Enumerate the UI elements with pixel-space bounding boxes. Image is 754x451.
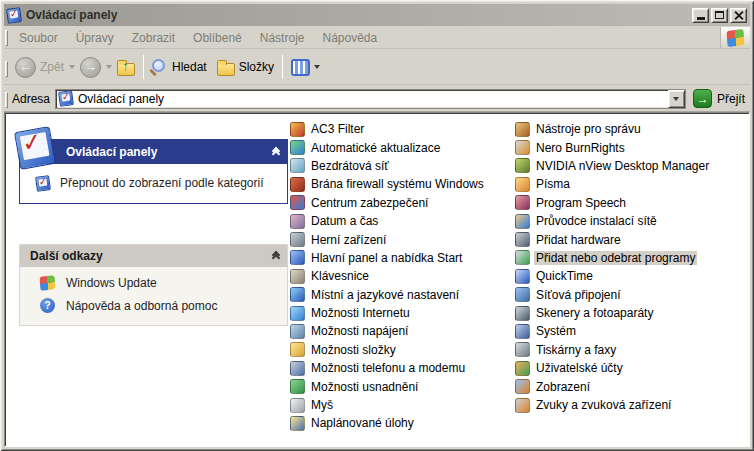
- item-label[interactable]: Nero BurnRights: [534, 141, 627, 155]
- item-label[interactable]: Možnosti telefonu a modemu: [309, 361, 467, 375]
- forward-button[interactable]: [75, 52, 106, 82]
- folders-button[interactable]: Složky: [212, 52, 279, 82]
- item-internet-options[interactable]: Možnosti Internetu: [290, 304, 514, 322]
- item-label[interactable]: Hlavní panel a nabídka Start: [309, 251, 464, 265]
- power-options-icon[interactable]: [290, 324, 305, 339]
- folder-options-icon[interactable]: [290, 342, 305, 357]
- switch-to-category-view-link[interactable]: Přepnout do zobrazení podle kategorií: [60, 176, 265, 191]
- windows-firewall-icon[interactable]: [290, 177, 305, 192]
- item-label[interactable]: Bezdrátová síť: [309, 159, 391, 173]
- menu-item-edit[interactable]: Úpravy: [67, 27, 123, 48]
- item-network-connections[interactable]: Síťová připojení: [515, 286, 753, 304]
- wireless-network-icon[interactable]: [290, 158, 305, 173]
- item-power-options[interactable]: Možnosti napájení: [290, 322, 514, 340]
- item-game-controllers[interactable]: Herní zařízení: [290, 230, 514, 248]
- item-label[interactable]: Možnosti složky: [309, 343, 398, 357]
- item-add-hardware[interactable]: Přidat hardware: [515, 230, 753, 248]
- search-button[interactable]: Hledat: [147, 52, 212, 82]
- menu-item-favorites[interactable]: Oblíbené: [184, 27, 251, 48]
- ac3-filter-icon[interactable]: [290, 122, 305, 137]
- addressbar-grip[interactable]: [5, 92, 8, 108]
- item-label[interactable]: AC3 Filter: [309, 122, 366, 136]
- add-remove-programs-icon[interactable]: [515, 250, 530, 265]
- item-label[interactable]: Automatické aktualizace: [309, 141, 442, 155]
- scheduled-tasks-icon[interactable]: [290, 416, 305, 431]
- item-label[interactable]: Zobrazení: [534, 380, 592, 394]
- date-time-icon[interactable]: [290, 214, 305, 229]
- item-automatic-updates[interactable]: Automatické aktualizace: [290, 138, 514, 156]
- item-mouse[interactable]: Myš: [290, 396, 514, 414]
- item-label[interactable]: Centrum zabezpečení: [309, 196, 430, 210]
- collapse-chevron-button[interactable]: [273, 148, 279, 157]
- sidebar-link-label[interactable]: Windows Update: [66, 276, 157, 290]
- address-combo[interactable]: Ovládací panely: [55, 89, 686, 109]
- scanners-cameras-icon[interactable]: [515, 306, 530, 321]
- item-label[interactable]: Možnosti usnadnění: [309, 380, 420, 394]
- menubar-grip[interactable]: [5, 30, 8, 46]
- item-label[interactable]: Uživatelské účty: [534, 361, 625, 375]
- fonts-icon[interactable]: [515, 177, 530, 192]
- address-dropdown-button[interactable]: [668, 90, 685, 108]
- item-user-accounts[interactable]: Uživatelské účty: [515, 359, 753, 377]
- toolbar-grip[interactable]: [5, 61, 8, 77]
- item-printers-faxes[interactable]: Tiskárny a faxy: [515, 341, 753, 359]
- nvidia-nview-icon[interactable]: [515, 158, 530, 173]
- back-button[interactable]: Zpět: [10, 52, 69, 82]
- item-display[interactable]: Zobrazení: [515, 377, 753, 395]
- game-controllers-icon[interactable]: [290, 232, 305, 247]
- item-label[interactable]: Myš: [309, 398, 335, 412]
- menu-item-view[interactable]: Zobrazit: [123, 27, 184, 48]
- maximize-button[interactable]: [711, 8, 728, 23]
- item-label[interactable]: Tiskárny a faxy: [534, 343, 618, 357]
- go-button[interactable]: Přejít: [693, 89, 745, 108]
- item-label[interactable]: Klávesnice: [309, 269, 371, 283]
- item-label[interactable]: QuickTime: [534, 269, 595, 283]
- item-accessibility-options[interactable]: Možnosti usnadnění: [290, 377, 514, 395]
- system-icon[interactable]: [515, 324, 530, 339]
- item-label[interactable]: Přidat nebo odebrat programy: [534, 251, 697, 265]
- quicktime-icon[interactable]: [515, 269, 530, 284]
- item-fonts[interactable]: Písma: [515, 175, 753, 193]
- item-network-setup-wizard[interactable]: Průvodce instalací sítě: [515, 212, 753, 230]
- phone-modem-icon[interactable]: [290, 361, 305, 376]
- automatic-updates-icon[interactable]: [290, 140, 305, 155]
- item-admin-tools[interactable]: Nástroje pro správu: [515, 120, 753, 138]
- collapse-chevron-button[interactable]: [273, 252, 279, 261]
- sidebar-link-help[interactable]: Nápověda a odborná pomoc: [40, 298, 281, 313]
- item-label[interactable]: Přidat hardware: [534, 233, 623, 247]
- speech-icon[interactable]: [515, 195, 530, 210]
- admin-tools-icon[interactable]: [515, 122, 530, 137]
- item-ac3-filter[interactable]: AC3 Filter: [290, 120, 514, 138]
- item-label[interactable]: NVIDIA nView Desktop Manager: [534, 159, 711, 173]
- item-label[interactable]: Průvodce instalací sítě: [534, 214, 659, 228]
- item-security-center[interactable]: Centrum zabezpečení: [290, 194, 514, 212]
- item-folder-options[interactable]: Možnosti složky: [290, 341, 514, 359]
- item-phone-modem[interactable]: Možnosti telefonu a modemu: [290, 359, 514, 377]
- item-label[interactable]: Program Speech: [534, 196, 628, 210]
- close-button[interactable]: [730, 8, 747, 23]
- menu-item-tools[interactable]: Nástroje: [251, 27, 314, 48]
- item-label[interactable]: Možnosti Internetu: [309, 306, 412, 320]
- printers-faxes-icon[interactable]: [515, 342, 530, 357]
- item-nvidia-nview[interactable]: NVIDIA nView Desktop Manager: [515, 157, 753, 175]
- item-date-time[interactable]: Datum a čas: [290, 212, 514, 230]
- item-nero-burnrights[interactable]: Nero BurnRights: [515, 138, 753, 156]
- views-button[interactable]: [286, 52, 325, 82]
- regional-language-icon[interactable]: [290, 287, 305, 302]
- sidebar-link-label[interactable]: Nápověda a odborná pomoc: [66, 299, 217, 313]
- item-taskbar-startmenu[interactable]: Hlavní panel a nabídka Start: [290, 249, 514, 267]
- item-system[interactable]: Systém: [515, 322, 753, 340]
- item-label[interactable]: Místní a jazykové nastavení: [309, 288, 461, 302]
- sounds-audio-icon[interactable]: [515, 398, 530, 413]
- add-hardware-icon[interactable]: [515, 232, 530, 247]
- item-label[interactable]: Skenery a fotoaparáty: [534, 306, 655, 320]
- item-label[interactable]: Síťová připojení: [534, 288, 623, 302]
- item-quicktime[interactable]: QuickTime: [515, 267, 753, 285]
- taskbar-startmenu-icon[interactable]: [290, 250, 305, 265]
- item-keyboard[interactable]: Klávesnice: [290, 267, 514, 285]
- display-icon[interactable]: [515, 379, 530, 394]
- item-scanners-cameras[interactable]: Skenery a fotoaparáty: [515, 304, 753, 322]
- user-accounts-icon[interactable]: [515, 361, 530, 376]
- security-center-icon[interactable]: [290, 195, 305, 210]
- internet-options-icon[interactable]: [290, 306, 305, 321]
